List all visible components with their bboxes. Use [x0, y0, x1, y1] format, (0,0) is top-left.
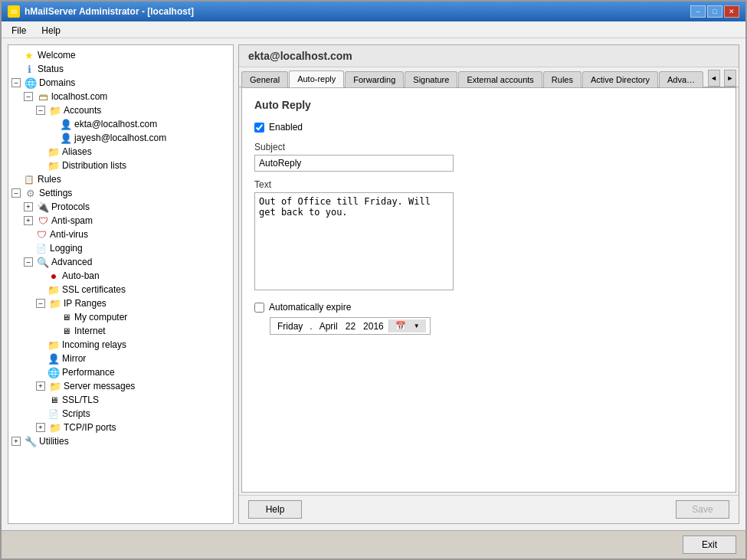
- expire-label: Automatically expire: [269, 302, 351, 313]
- sidebar-item-label: Server messages: [64, 381, 135, 391]
- autoban-icon: ●: [48, 270, 60, 282]
- help-button[interactable]: Help: [248, 500, 302, 519]
- sidebar-item-label: localhost.com: [51, 91, 107, 102]
- expander-advanced[interactable]: –: [24, 257, 33, 267]
- tab-rules[interactable]: Rules: [543, 71, 582, 87]
- sidebar-item-label: Accounts: [64, 105, 101, 116]
- menu-help[interactable]: Help: [34, 23, 67, 36]
- sidebar-item-label: Advanced: [51, 257, 92, 267]
- title-bar-left: ✉ hMailServer Administrator - [localhost…: [8, 5, 194, 18]
- expander-server-messages[interactable]: +: [36, 382, 45, 391]
- minimize-button[interactable]: –: [690, 5, 706, 18]
- sidebar-item-utilities[interactable]: + 🔧 Utilities: [11, 434, 230, 448]
- info-icon: ℹ: [23, 63, 35, 75]
- expire-checkbox[interactable]: [254, 303, 264, 313]
- expander-accounts[interactable]: –: [36, 106, 45, 115]
- tab-forwarding[interactable]: Forwarding: [345, 71, 404, 87]
- sidebar-item-label: Aliases: [62, 146, 92, 157]
- sidebar-item-settings[interactable]: – ⚙ Settings: [11, 186, 230, 200]
- sidebar-item-autoban[interactable]: ● Auto-ban: [36, 269, 230, 283]
- tab-scroll-left[interactable]: ◄: [708, 70, 720, 87]
- expander-ipranges[interactable]: –: [36, 299, 45, 308]
- gear-icon: ⚙: [25, 187, 37, 199]
- tab-external-accounts[interactable]: External accounts: [458, 71, 542, 87]
- sidebar-item-aliases[interactable]: 📁 Aliases: [36, 145, 230, 159]
- menu-file[interactable]: File: [5, 23, 33, 36]
- expander-tcpports[interactable]: +: [36, 423, 45, 432]
- folder-icon: 📁: [49, 297, 61, 309]
- text-row: Text Out of Office till Friday. Will get…: [254, 179, 723, 293]
- right-panel: ekta@localhost.com General Auto-reply Fo…: [238, 44, 739, 524]
- sidebar-item-mycomputer[interactable]: 🖥 My computer: [48, 310, 230, 324]
- sidebar-item-rules[interactable]: 📋 Rules: [11, 172, 230, 186]
- date-num: 22: [342, 321, 359, 332]
- sidebar-item-welcome[interactable]: ★ Welcome: [11, 48, 230, 62]
- sidebar-item-logging[interactable]: 📄 Logging: [24, 241, 230, 255]
- sidebar-item-advanced[interactable]: – 🔍 Advanced: [24, 255, 230, 269]
- tree-panel: ★ Welcome ℹ Status – 🌐 Domains – 🗃 local…: [8, 44, 234, 524]
- date-month: April: [316, 321, 341, 332]
- expander-antispam[interactable]: +: [24, 216, 33, 225]
- sidebar-item-label: IP Ranges: [64, 298, 106, 309]
- main-window: ✉ hMailServer Administrator - [localhost…: [0, 0, 747, 560]
- sidebar-item-server-messages[interactable]: + 📁 Server messages: [36, 379, 230, 393]
- calendar-icon: 📅: [392, 321, 409, 331]
- rules-icon: 📋: [23, 173, 35, 185]
- sidebar-item-mirror[interactable]: 👤 Mirror: [36, 352, 230, 365]
- advanced-icon: 🔍: [37, 256, 49, 268]
- star-icon: ★: [23, 49, 35, 61]
- expander-protocols[interactable]: +: [24, 202, 33, 211]
- tab-active-directory[interactable]: Active Directory: [582, 71, 658, 87]
- sidebar-item-jayesh[interactable]: 👤 jayesh@localhost.com: [48, 131, 230, 145]
- expander-localhost[interactable]: –: [24, 92, 33, 101]
- subject-input[interactable]: [254, 155, 454, 172]
- sidebar-item-ssl-certificates[interactable]: 📁 SSL certificates: [36, 283, 230, 296]
- sidebar-item-label: Incoming relays: [62, 339, 126, 350]
- exit-button[interactable]: Exit: [683, 535, 736, 554]
- utilities-icon: 🔧: [25, 435, 37, 447]
- sidebar-item-distribution-lists[interactable]: 📁 Distribution lists: [36, 159, 230, 172]
- save-button[interactable]: Save: [676, 500, 729, 519]
- sidebar-item-label: Scripts: [62, 408, 90, 419]
- maximize-button[interactable]: □: [707, 5, 722, 18]
- sidebar-item-incoming-relays[interactable]: 📁 Incoming relays: [36, 338, 230, 352]
- date-calendar-button[interactable]: 📅 ▼: [388, 319, 426, 332]
- tab-general[interactable]: General: [241, 71, 288, 87]
- expander-settings[interactable]: –: [11, 188, 21, 198]
- sidebar-item-domains[interactable]: – 🌐 Domains: [11, 76, 230, 90]
- main-area: ★ Welcome ℹ Status – 🌐 Domains – 🗃 local…: [2, 38, 745, 530]
- tab-scroll-right[interactable]: ►: [724, 70, 736, 87]
- date-field[interactable]: Friday . April 22 2016 📅 ▼: [270, 317, 431, 335]
- sidebar-item-tcpports[interactable]: + 📁 TCP/IP ports: [36, 421, 230, 434]
- sidebar-item-antivirus[interactable]: 🛡 Anti-virus: [24, 228, 230, 241]
- sidebar-item-ipranges[interactable]: – 📁 IP Ranges: [36, 296, 230, 310]
- tab-autoreply[interactable]: Auto-reply: [289, 70, 344, 87]
- sidebar-item-protocols[interactable]: + 🔌 Protocols: [24, 200, 230, 214]
- subject-row: Subject: [254, 142, 723, 172]
- sidebar-item-label: Performance: [62, 367, 115, 378]
- folder-icon: 📁: [48, 159, 60, 172]
- account-header: ekta@localhost.com: [239, 45, 739, 67]
- tab-content-autoreply: Auto Reply Enabled Subject Text Out of O…: [241, 87, 736, 493]
- expander-domains[interactable]: –: [11, 78, 21, 87]
- tab-signature[interactable]: Signature: [405, 71, 457, 87]
- tab-adv[interactable]: Adva…: [659, 71, 703, 87]
- enabled-checkbox[interactable]: [254, 123, 264, 133]
- performance-icon: 🌐: [48, 366, 60, 378]
- sidebar-item-accounts[interactable]: – 📁 Accounts: [36, 103, 230, 117]
- sidebar-item-performance[interactable]: 🌐 Performance: [36, 365, 230, 379]
- close-button[interactable]: ✕: [724, 5, 739, 18]
- tabs-bar: General Auto-reply Forwarding Signature …: [239, 67, 739, 87]
- sidebar-item-label: ekta@localhost.com: [74, 119, 157, 129]
- text-textarea[interactable]: Out of Office till Friday. Will get back…: [254, 192, 454, 290]
- sidebar-item-label: Anti-spam: [51, 215, 93, 226]
- sidebar-item-ssltls[interactable]: 🖥 SSL/TLS: [36, 393, 230, 407]
- sidebar-item-status[interactable]: ℹ Status: [11, 62, 230, 76]
- sidebar-item-localhost[interactable]: – 🗃 localhost.com: [24, 90, 230, 103]
- sidebar-item-antispam[interactable]: + 🛡 Anti-spam: [24, 214, 230, 228]
- sidebar-item-ekta[interactable]: 👤 ekta@localhost.com: [48, 117, 230, 131]
- sidebar-item-internet[interactable]: 🖥 Internet: [48, 324, 230, 338]
- expander-utilities[interactable]: +: [11, 437, 21, 446]
- window-controls: – □ ✕: [690, 5, 739, 18]
- sidebar-item-scripts[interactable]: 📄 Scripts: [36, 407, 230, 421]
